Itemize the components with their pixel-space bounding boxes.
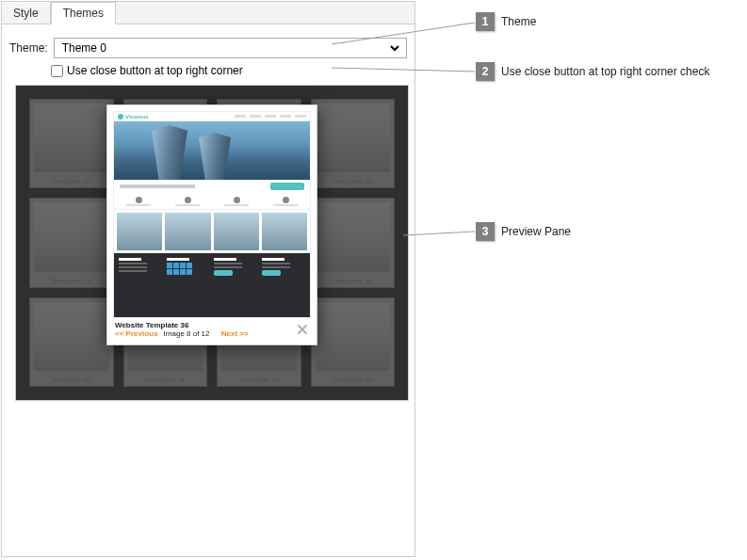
theme-row: Theme: Theme 0	[9, 38, 407, 58]
thumbnail[interactable]: Template 32	[311, 297, 396, 387]
lightbox-prev[interactable]: << Previous	[115, 329, 157, 338]
lightbox-image: Vivamus	[113, 111, 311, 318]
lightbox-bar: Website Template 36 << Previous Image 8 …	[113, 318, 311, 339]
page-brand: Vivamus	[125, 114, 149, 120]
callout-label-2: Use close button at top right corner che…	[501, 65, 709, 78]
use-close-label: Use close button at top right corner	[67, 64, 243, 77]
lightbox-title: Website Template 36	[115, 321, 249, 329]
theme-dropdown[interactable]: Theme 0	[54, 38, 407, 58]
preview-pane: Template 43 Template 42 Template 41 Temp…	[15, 85, 409, 401]
use-close-checkbox[interactable]	[51, 65, 63, 77]
lightbox: Vivamus	[106, 104, 317, 345]
lightbox-counter: Image 8 of 12	[164, 329, 210, 338]
tab-bar: Style Themes	[2, 2, 414, 24]
theme-label: Theme:	[9, 41, 48, 55]
callout-badge-2: 2	[476, 62, 495, 81]
thumbnail[interactable]: Template 43	[29, 99, 114, 188]
thumbnail[interactable]: Template 40	[311, 99, 396, 188]
theme-select[interactable]: Theme 0	[58, 40, 402, 56]
thumbnail[interactable]: Template 39	[29, 198, 114, 287]
use-close-row: Use close button at top right corner	[51, 64, 407, 77]
close-icon[interactable]	[296, 323, 309, 336]
thumbnail[interactable]: Template 36	[311, 198, 396, 287]
thumbnail[interactable]: Template 35	[29, 297, 114, 387]
callout-badge-3: 3	[476, 222, 495, 241]
tab-content: Theme: Theme 0 Use close button at top r…	[2, 24, 414, 414]
tab-themes[interactable]: Themes	[51, 2, 116, 24]
themes-panel: Style Themes Theme: Theme 0 Use close bu…	[1, 1, 415, 557]
tab-style[interactable]: Style	[2, 2, 51, 24]
lightbox-next[interactable]: Next >>	[221, 329, 249, 338]
callout-badge-1: 1	[476, 12, 495, 31]
callout-label-3: Preview Pane	[501, 225, 571, 238]
callout-label-1: Theme	[501, 15, 536, 28]
